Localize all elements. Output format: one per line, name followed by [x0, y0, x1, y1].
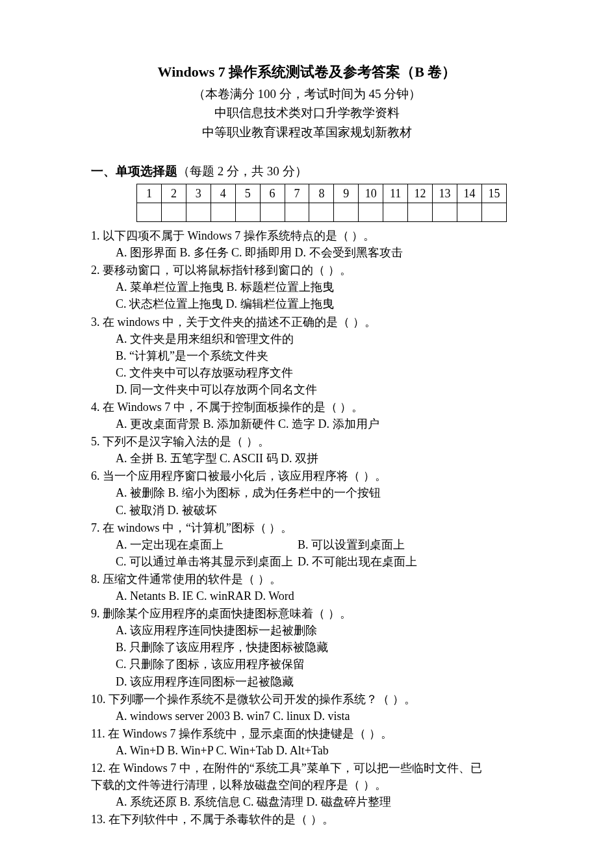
question-10: 10. 下列哪一个操作系统不是微软公司开发的操作系统？（ ）。A. window…: [91, 691, 523, 725]
col-4: 4: [211, 184, 235, 203]
ans-10[interactable]: [359, 203, 383, 222]
question-11: 11. 在 Windows 7 操作系统中，显示桌面的快捷键是（ ）。A. Wi…: [91, 725, 523, 759]
question-stem-cont: 下载的文件等进行清理，以释放磁盘空间的程序是（ ）。: [91, 776, 523, 793]
question-option-a: A. 文件夹是用来组织和管理文件的: [116, 330, 523, 347]
subtitle-line-1: （本卷满分 100 分，考试时间为 45 分钟）: [91, 85, 523, 103]
ans-4[interactable]: [211, 203, 235, 222]
col-6: 6: [260, 184, 285, 203]
question-options-row1: A. 被删除 B. 缩小为图标，成为任务栏中的一个按钮: [116, 484, 523, 501]
question-stem: 2. 要移动窗口，可以将鼠标指针移到窗口的（ ）。: [91, 262, 523, 279]
ans-9[interactable]: [334, 203, 359, 222]
question-stem: 8. 压缩文件通常使用的软件是（ ）。: [91, 571, 523, 588]
question-13: 13. 在下列软件中，不属于杀毒软件的是（ ）。: [91, 811, 523, 828]
question-5: 5. 下列不是汉字输入法的是（ ）。A. 全拼 B. 五笔字型 C. ASCII…: [91, 433, 523, 467]
question-options: A. 全拼 B. 五笔字型 C. ASCII 码 D. 双拼: [116, 450, 523, 467]
question-option-c: C. 只删除了图标，该应用程序被保留: [116, 656, 523, 673]
col-10: 10: [359, 184, 383, 203]
section-1-header: 一、单项选择题（每题 2 分，共 30 分）: [91, 162, 523, 180]
question-stem: 3. 在 windows 中，关于文件夹的描述不正确的是（ ）。: [91, 314, 523, 330]
col-15: 15: [481, 184, 506, 203]
col-8: 8: [309, 184, 334, 203]
answer-table-answer-row: [137, 203, 507, 222]
question-stem: 4. 在 Windows 7 中，不属于控制面板操作的是（ ）。: [91, 399, 523, 415]
ans-8[interactable]: [309, 203, 334, 222]
col-12: 12: [408, 184, 433, 203]
question-options: A. Netants B. IE C. winRAR D. Word: [116, 588, 523, 604]
question-stem: 12. 在 Windows 7 中，在附件的“系统工具”菜单下，可以把一些临时文…: [91, 760, 523, 776]
question-options-row2: C. 可以通过单击将其显示到桌面上D. 不可能出现在桌面上: [116, 553, 523, 570]
col-5: 5: [235, 184, 260, 203]
question-option-d: D. 同一文件夹中可以存放两个同名文件: [116, 381, 523, 398]
ans-13[interactable]: [433, 203, 457, 222]
col-11: 11: [383, 184, 408, 203]
ans-1[interactable]: [137, 203, 162, 222]
col-7: 7: [285, 184, 309, 203]
ans-11[interactable]: [383, 203, 408, 222]
subtitle-line-3: 中等职业教育课程改革国家规划新教材: [91, 123, 523, 142]
question-options-row2: C. 状态栏位置上拖曳 D. 编辑栏位置上拖曳: [116, 295, 523, 312]
question-option-c: C. 文件夹中可以存放驱动程序文件: [116, 364, 523, 381]
question-9: 9. 删除某个应用程序的桌面快捷图标意味着（ ）。A. 该应用程序连同快捷图标一…: [91, 605, 523, 689]
question-3: 3. 在 windows 中，关于文件夹的描述不正确的是（ ）。A. 文件夹是用…: [91, 314, 523, 398]
question-stem: 10. 下列哪一个操作系统不是微软公司开发的操作系统？（ ）。: [91, 691, 523, 708]
question-stem: 9. 删除某个应用程序的桌面快捷图标意味着（ ）。: [91, 605, 523, 622]
col-14: 14: [457, 184, 481, 203]
questions-container: 1. 以下四项不属于 Windows 7 操作系统特点的是（ ）。A. 图形界面…: [91, 227, 523, 828]
ans-3[interactable]: [186, 203, 211, 222]
question-option-a: A. 该应用程序连同快捷图标一起被删除: [116, 622, 523, 639]
ans-12[interactable]: [408, 203, 433, 222]
section-1-label: 一、单项选择题: [91, 164, 177, 178]
question-stem: 6. 当一个应用程序窗口被最小化后，该应用程序将（ ）。: [91, 467, 523, 484]
col-3: 3: [186, 184, 211, 203]
ans-2[interactable]: [161, 203, 186, 222]
question-4: 4. 在 Windows 7 中，不属于控制面板操作的是（ ）。A. 更改桌面背…: [91, 399, 523, 432]
question-options: A. 图形界面 B. 多任务 C. 即插即用 D. 不会受到黑客攻击: [116, 244, 523, 261]
ans-5[interactable]: [235, 203, 260, 222]
question-option-b: B. 只删除了该应用程序，快捷图标被隐藏: [116, 639, 523, 656]
col-13: 13: [433, 184, 457, 203]
answer-table: 1 2 3 4 5 6 7 8 9 10 11 12 13 14 15: [136, 184, 507, 222]
question-2: 2. 要移动窗口，可以将鼠标指针移到窗口的（ ）。A. 菜单栏位置上拖曳 B. …: [91, 262, 523, 312]
question-options: A. Win+D B. Win+P C. Win+Tab D. Alt+Tab: [116, 742, 523, 759]
question-stem: 11. 在 Windows 7 操作系统中，显示桌面的快捷键是（ ）。: [91, 725, 523, 742]
col-9: 9: [334, 184, 359, 203]
section-1-note: （每题 2 分，共 30 分）: [177, 164, 307, 178]
ans-6[interactable]: [260, 203, 285, 222]
question-options-row1: A. 一定出现在桌面上B. 可以设置到桌面上: [116, 536, 523, 553]
document-title: Windows 7 操作系统测试卷及参考答案（B 卷）: [91, 62, 523, 82]
ans-7[interactable]: [285, 203, 309, 222]
question-options: A. windows server 2003 B. win7 C. linux …: [116, 708, 523, 725]
question-options-row1: A. 菜单栏位置上拖曳 B. 标题栏位置上拖曳: [116, 279, 523, 295]
col-1: 1: [137, 184, 162, 203]
question-stem: 13. 在下列软件中，不属于杀毒软件的是（ ）。: [91, 811, 523, 828]
question-stem: 1. 以下四项不属于 Windows 7 操作系统特点的是（ ）。: [91, 227, 523, 244]
question-1: 1. 以下四项不属于 Windows 7 操作系统特点的是（ ）。A. 图形界面…: [91, 227, 523, 261]
question-12: 12. 在 Windows 7 中，在附件的“系统工具”菜单下，可以把一些临时文…: [91, 760, 523, 810]
ans-15[interactable]: [481, 203, 506, 222]
question-stem: 7. 在 windows 中，“计算机”图标（ ）。: [91, 519, 523, 536]
question-options: A. 系统还原 B. 系统信息 C. 磁盘清理 D. 磁盘碎片整理: [116, 793, 523, 810]
title-block: Windows 7 操作系统测试卷及参考答案（B 卷） （本卷满分 100 分，…: [91, 62, 523, 142]
question-options-row2: C. 被取消 D. 被破坏: [116, 502, 523, 519]
question-6: 6. 当一个应用程序窗口被最小化后，该应用程序将（ ）。A. 被删除 B. 缩小…: [91, 467, 523, 518]
question-stem: 5. 下列不是汉字输入法的是（ ）。: [91, 433, 523, 450]
question-option-d: D. 该应用程序连同图标一起被隐藏: [116, 673, 523, 690]
question-7: 7. 在 windows 中，“计算机”图标（ ）。A. 一定出现在桌面上B. …: [91, 519, 523, 570]
document-page: Windows 7 操作系统测试卷及参考答案（B 卷） （本卷满分 100 分，…: [0, 0, 614, 828]
question-options: A. 更改桌面背景 B. 添加新硬件 C. 造字 D. 添加用户: [116, 415, 523, 432]
question-option-b: B. “计算机”是一个系统文件夹: [116, 347, 523, 364]
answer-table-header-row: 1 2 3 4 5 6 7 8 9 10 11 12 13 14 15: [137, 184, 507, 203]
ans-14[interactable]: [457, 203, 481, 222]
question-8: 8. 压缩文件通常使用的软件是（ ）。A. Netants B. IE C. w…: [91, 571, 523, 604]
col-2: 2: [161, 184, 186, 203]
subtitle-line-2: 中职信息技术类对口升学教学资料: [91, 104, 523, 122]
